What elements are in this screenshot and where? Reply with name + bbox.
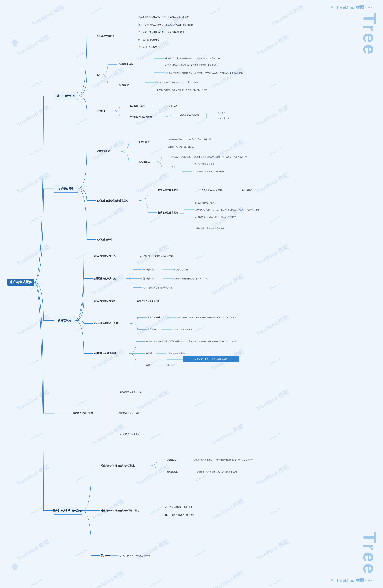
l4-trial-amount-val: 借贷记账法的记账规则	[167, 352, 186, 355]
tree-label-bottom: Tree	[359, 532, 380, 575]
l3-subject-meaning-val: 账户的名称	[167, 105, 177, 107]
l2-node-symbol: 借贷记账法的记账符号	[93, 255, 116, 257]
l4-detail-desc: 按照明细分类科目设置，用来提供详细核算资料	[196, 471, 237, 473]
l3-detail-account: 明细分类账户	[167, 470, 179, 473]
l3-principle-1: 既要全面反映会计要素的内容，又要符合企业自身特点	[138, 16, 189, 19]
l3-trial-amount: 发生额	[146, 352, 152, 355]
l4-struct-2: 由采用的记账方法和记录的经济内容决定登记哪方增加和减少	[165, 64, 218, 66]
l3-node-subject-meaning: 会计科目的含义	[129, 105, 145, 107]
l4-advantage-2: 可试算平衡，检查账户记录的正确性	[193, 170, 224, 173]
l3-general-dash: ——	[180, 458, 184, 461]
l2-node-gen-det-setup: 总分类账户和明细分类账户的设置	[101, 464, 135, 467]
l3-corr-dash: ——	[165, 316, 169, 318]
l2-node-account-struct: 借贷记账法的账户结构	[93, 277, 116, 280]
l2-node-key-points: 要点	[101, 554, 105, 557]
l3-subject-meaning-arrow: ——	[153, 105, 157, 107]
l3-parallel-1: 总分类是统驭账户，控制作用	[165, 506, 192, 508]
l4-struct-3: 每个账户一般有四个金额要素，即期初余额、本期增加发生额、本期减少发生额和期末余额	[165, 72, 243, 74]
l3-node-account-setup: 账户的设置	[117, 84, 129, 86]
l4-setup-2: 资产类、负债类、所有者权益类、收入类、费用类、利润类	[156, 89, 207, 91]
l1-node-accounts: 账户与会计科目	[57, 94, 75, 97]
l3-no-affect-1: 漏记或重记某项经济业务	[119, 391, 142, 394]
l2-node-theory-basis: 复式记账的理论依据和基本原则	[96, 199, 128, 202]
l4-detail-subject: 明细分类科目	[218, 117, 229, 120]
l2-node-bookkeeping-overview: 记账方法概述	[96, 150, 110, 152]
l4-double-desc: 是对任何一项经济业务，都必须用相等的金额在两个或两个以上的有关账户中记录的方法	[171, 156, 247, 158]
l3-principle-4: 统一性与灵活性相结合	[138, 39, 159, 41]
l4-general-subject: 总分类科目	[217, 112, 227, 114]
l3-account-correspondence: 账户对应关系	[147, 316, 160, 319]
l4-basic-p4: 定期汇总的全部账户记录必须平衡	[195, 227, 224, 230]
l2-node-parallel: 总分类账户与明细分类账户的平行登记	[101, 509, 139, 512]
l4-trial-balance-val: 会计恒等式	[165, 364, 175, 367]
l3-node-single-entry: 单式记账法	[138, 141, 150, 144]
l4-regularity-arrow: ——	[228, 189, 232, 191]
l3-trial-desc: 根据会计等式的平衡原理，按照记账规则的要求，通过汇总计算和平衡，来检查账户记录的…	[146, 340, 237, 343]
l3-ending-balance: 期末余额都在记录增加额的一方	[143, 286, 172, 289]
l3-node-theory: 复式记账的理论依据	[158, 189, 178, 191]
l4-general-desc: 按照总分类科目设置，仅以货币计量单位进行登记，用来总括核算资料	[193, 459, 253, 461]
highlight-text: 借方发生额（余额）=贷方发生额（余额）	[193, 358, 229, 360]
l3-principle-5: 简明适用，称谓规范	[138, 46, 157, 48]
l3-symbol-dash: ——	[126, 254, 131, 257]
brand-name-bottom: TreeMind 树图	[336, 578, 364, 583]
l2-node-trial-balance: 借贷记账法的试算平衡	[93, 352, 116, 355]
brand-bottom-right: TreeMind 树图 shutu.cn	[329, 578, 376, 584]
l1-node-double-entry: 复式记账原理	[58, 187, 74, 190]
l3-detail-dash: ——	[183, 470, 187, 473]
treemind-logo-icon-br	[329, 578, 335, 584]
l3-principle-3: 既要适应经济业务发展的需要，又要保持相对稳定	[138, 31, 185, 33]
l3-trial-amount-dash: ——	[153, 352, 157, 354]
l4-setup-1: 资产类、负债类、所有者权益类、成本类、损益类	[156, 81, 199, 84]
l3-symbol-val: 表示经济业务的增减变动和记账方向	[140, 255, 173, 257]
l3-node-basic-principles: 复式记账的基本原则	[158, 211, 178, 214]
tree-label-top: Tree	[359, 13, 380, 56]
l3-corresponding-account: 对应账户	[147, 328, 156, 331]
l4-single-1: 对每项业务只在一个较为关心的账户中记录的方法	[168, 138, 211, 140]
l3-corr-acc-dash: ——	[159, 328, 164, 330]
l3-rule-val: 有借必有贷，借贷必相等	[137, 300, 160, 302]
l4-credit-types: 负债类、所有者权益类、收入类、利润类	[174, 277, 209, 280]
l1-node-debit-credit: 借贷记账法	[58, 319, 71, 322]
l3-node-subject-content: 会计科目的内容与级次	[129, 115, 152, 118]
deco-tree-bl	[10, 563, 19, 573]
l4-advantage-1: 可反映经济业务活动全貌	[193, 163, 214, 165]
l4-debit-types: 资产类、费用类	[174, 269, 188, 271]
svg-rect-24	[15, 570, 15, 573]
l3-keypoints-dash: ——	[105, 554, 110, 556]
l2-node-double-effect: 复式记账的作用	[96, 238, 112, 241]
l4-accounting-equation: 会计恒等式	[242, 189, 252, 191]
l3-keypoints-val: 同内容、同方向、同期间、同金额	[119, 554, 150, 557]
svg-rect-1	[331, 581, 332, 583]
root-node-text: 账户与复式记账	[9, 280, 33, 284]
l4-detail-level: 根据指标的详细程度	[180, 114, 199, 117]
l3-credit-increase: 贷方记录增加	[143, 277, 155, 280]
brand-url-top: shutu.cn	[365, 6, 376, 9]
l3-node-basic-struct: 账户的基本结构	[117, 63, 133, 65]
l2-node-account: 账户	[96, 74, 101, 76]
mind-map-svg: .nd { font-family: "Microsoft YaHei", "P…	[3, 9, 362, 578]
l3-trial-balance-dash: ——	[152, 364, 156, 366]
brand-url-bottom: shutu.cn	[365, 579, 376, 582]
l2-node-accounting-subject: 会计科目	[96, 109, 105, 112]
l4-basic-p2: 对于每项经济业务，必须在两个或两个以上相互联系的账户中进行等额记录	[195, 209, 259, 211]
l4-corr-acc-desc: 存在着对应关系的账户	[173, 328, 192, 331]
page-wrapper: TreeMind 树图 shutu.cn TreeMind 树图 shutu.c…	[0, 0, 383, 588]
l3-no-affect-2: 借贷记账方向彼此颠倒	[119, 412, 140, 415]
l4-basic-p1: 以会计等式作为记账基础	[195, 202, 217, 204]
l3-parallel-2: 明细分类是从属账户，辅助作用	[165, 514, 195, 516]
l4-struct-1: 账户的全部结构中用来登记增加额、减少额和余额的那部分结构	[165, 57, 220, 60]
l3-debit-increase: 借方记录增加	[143, 268, 155, 271]
l3-general-account: 总分类账户	[167, 459, 177, 461]
l2-node-setup-principles: 账户及其设置原则	[96, 35, 115, 37]
l3-principle-2: 既要符合对外报告的要求，又要满足内部经营的管理的需要	[138, 23, 193, 26]
l1-node-general-detail: 总分类账户和明细分类账户	[53, 509, 83, 512]
svg-rect-25	[15, 46, 15, 49]
l3-rule-dash: ——	[123, 299, 128, 302]
l2-node-account-rule: 借贷记账法的记账规则	[93, 300, 116, 302]
l3-no-affect-3: 方向正确但记错了账户	[119, 433, 140, 435]
l3-trial-balance-label: 余额	[146, 364, 150, 367]
l2-node-no-affect: 不影响借贷双方平衡	[72, 412, 93, 415]
l3-node-double-entry-method: 复式记账法	[138, 160, 150, 163]
l4-basic-p3: 必须按经济业务对会计等式的影响类型进行记录	[195, 216, 236, 218]
